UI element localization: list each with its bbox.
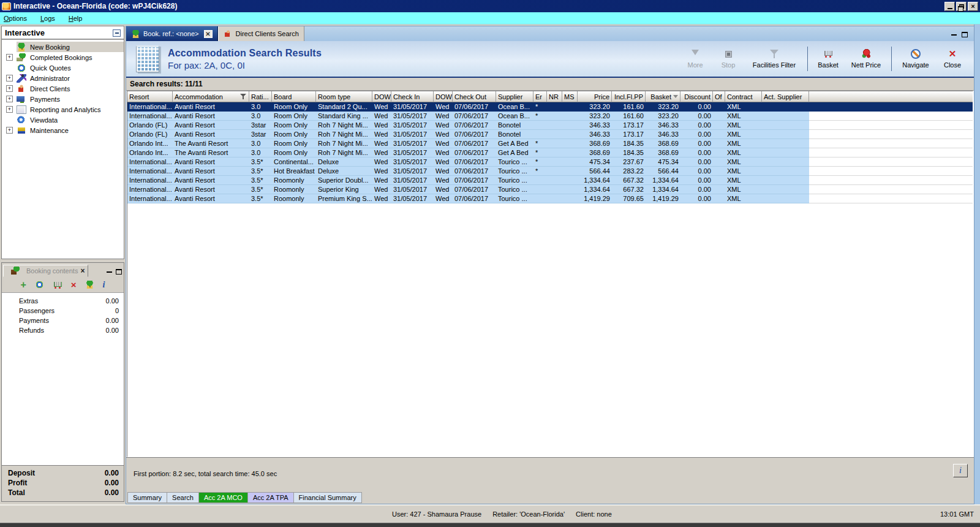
sidebar-title: Interactive xyxy=(5,28,45,37)
col-dow-out[interactable]: DOW xyxy=(434,91,453,102)
menu-logs[interactable]: Logs xyxy=(40,15,55,22)
main-minimize-icon[interactable] xyxy=(951,34,957,36)
sort-desc-icon xyxy=(673,95,678,100)
footer-tab[interactable]: Acc 2A TPA xyxy=(248,492,294,503)
sidebar-item[interactable]: + Completed Bookings xyxy=(2,52,124,63)
tab-booking-ref[interactable]: Book. ref.: <none> ✕ xyxy=(126,26,218,41)
expand-plus-icon[interactable]: + xyxy=(6,127,13,134)
table-row[interactable]: International... Avanti Resort 3.0 Room … xyxy=(127,112,973,121)
search-results-count: Search results: 11/11 xyxy=(126,78,974,91)
sidebar-item[interactable]: + New Booking xyxy=(2,42,124,52)
summary-label: Passengers xyxy=(19,307,55,314)
results-table: Resort Accommodation Rati... Board Room … xyxy=(127,91,973,457)
table-row[interactable]: International... Avanti Resort 3.5* Room… xyxy=(127,176,973,185)
col-discount[interactable]: Discount xyxy=(680,91,713,102)
table-row[interactable]: International... Avanti Resort 3.5* Hot … xyxy=(127,167,973,176)
minimize-button[interactable] xyxy=(944,2,955,11)
expand-plus-icon[interactable]: + xyxy=(6,96,13,102)
delete-item-icon[interactable]: × xyxy=(71,279,77,290)
table-row[interactable]: Orlando (FL) Avanti Resort 3star Room On… xyxy=(127,121,973,130)
table-row[interactable]: International... Avanti Resort 3.0 Room … xyxy=(127,102,973,112)
navigate-button[interactable]: Navigate xyxy=(897,49,935,69)
table-row[interactable]: Orlando Int... The Avanti Resort 3.0 Roo… xyxy=(127,148,973,157)
tab-direct-clients-search[interactable]: Direct Clients Search xyxy=(218,26,304,41)
sidebar-item[interactable]: + Direct Clients xyxy=(2,83,124,94)
booking-toolbar: + × i xyxy=(2,277,124,293)
col-supplier[interactable]: Supplier xyxy=(496,91,533,102)
expand-plus-icon[interactable]: + xyxy=(6,106,13,113)
col-rating[interactable]: Rati... xyxy=(249,91,272,102)
col-of[interactable]: Of xyxy=(713,91,725,102)
col-nr[interactable]: NR xyxy=(547,91,562,102)
footer-tab[interactable]: Acc 2A MCO xyxy=(199,492,248,503)
toolbar-separator xyxy=(891,47,892,71)
table-row[interactable]: Orlando Int... The Avanti Resort 3.0 Roo… xyxy=(127,139,973,148)
panel-maximize-icon[interactable] xyxy=(116,269,122,275)
expand-plus-icon[interactable]: + xyxy=(6,75,13,82)
add-item-icon[interactable]: + xyxy=(21,279,26,290)
col-check-in[interactable]: Check In xyxy=(391,91,434,102)
right-edge-strip xyxy=(974,25,980,504)
sidebar-item[interactable]: + Quick Quotes xyxy=(2,63,124,73)
col-er[interactable]: Er xyxy=(533,91,547,102)
filter-funnel-icon[interactable] xyxy=(240,93,247,100)
info-button[interactable]: i xyxy=(953,464,968,477)
facilities-filter-button[interactable]: Facilities Filter xyxy=(746,49,802,69)
nett-price-button[interactable]: Nett Price xyxy=(846,49,886,69)
quote-clock-icon[interactable] xyxy=(35,281,44,289)
tab-close-icon[interactable]: ✕ xyxy=(204,30,213,38)
collapse-panel-icon[interactable] xyxy=(113,29,121,37)
footer-tab[interactable]: Search xyxy=(167,492,199,503)
main-footer: First portion: 8.2 sec, total search tim… xyxy=(126,457,974,504)
col-resort[interactable]: Resort xyxy=(127,91,173,102)
info-icon[interactable]: i xyxy=(103,280,105,290)
stop-button: Stop xyxy=(713,49,744,69)
holiday-icon[interactable] xyxy=(85,281,94,289)
col-dow-in[interactable]: DOW xyxy=(372,91,391,102)
palm-tree-icon xyxy=(17,43,26,51)
col-accommodation[interactable]: Accommodation xyxy=(173,91,249,102)
table-row[interactable]: International... Avanti Resort 3.5* Cont… xyxy=(127,157,973,167)
expand-plus-icon[interactable]: + xyxy=(6,85,13,92)
menu-help[interactable]: Help xyxy=(69,15,83,22)
booking-summary-row: Extras 0.00 xyxy=(2,296,124,306)
restore-button[interactable] xyxy=(956,2,967,11)
col-incl-fl-pp[interactable]: Incl.Fl.PP xyxy=(612,91,646,102)
summary-label: Refunds xyxy=(19,327,44,334)
basket-button[interactable]: Basket xyxy=(813,49,843,69)
col-contract[interactable]: Contract xyxy=(725,91,762,102)
sidebar-item[interactable]: + Administrator xyxy=(2,73,124,83)
sidebar-item-label: Quick Quotes xyxy=(30,64,71,72)
status-user: User: 427 - Shamaura Prause xyxy=(392,510,481,518)
booking-contents-tab[interactable]: Booking contents × xyxy=(3,265,88,277)
col-board[interactable]: Board xyxy=(272,91,316,102)
menu-bar: Options Logs Help xyxy=(0,12,980,25)
table-row[interactable]: Orlando (FL) Avanti Resort 3star Room On… xyxy=(127,130,973,139)
sidebar-item[interactable]: + Viewdata xyxy=(2,115,124,125)
col-room-type[interactable]: Room type xyxy=(316,91,372,102)
col-basket[interactable]: Basket xyxy=(646,91,680,102)
footer-tab[interactable]: Summary xyxy=(127,492,167,503)
footer-tab[interactable]: Financial Summary xyxy=(294,492,362,503)
menu-options[interactable]: Options xyxy=(4,15,27,22)
interactive-tree-panel: Interactive + New Booking + Completed Bo… xyxy=(1,26,124,259)
table-row[interactable]: International... Avanti Resort 3.5* Room… xyxy=(127,185,973,194)
col-ms[interactable]: MS xyxy=(562,91,578,102)
clock-icon xyxy=(17,64,26,72)
col-check-out[interactable]: Check Out xyxy=(453,91,496,102)
close-results-button[interactable]: ✕ Close xyxy=(937,49,968,69)
sidebar-item[interactable]: + Payments xyxy=(2,94,124,104)
sidebar-item[interactable]: + Reporting and Analytics xyxy=(2,104,124,115)
table-row[interactable]: International... Avanti Resort 3.5* Room… xyxy=(127,194,973,203)
col-act-supplier[interactable]: Act. Supplier xyxy=(762,91,809,102)
sidebar-item[interactable]: + Maintenance xyxy=(2,125,124,135)
cart-transfer-icon[interactable] xyxy=(53,281,62,289)
page-subtitle: For pax: 2A, 0C, 0I xyxy=(168,60,322,70)
expand-plus-icon[interactable]: + xyxy=(6,54,13,61)
close-panel-icon[interactable]: × xyxy=(80,267,85,275)
main-maximize-icon[interactable] xyxy=(962,32,968,37)
panel-minimize-icon[interactable] xyxy=(107,271,112,273)
close-window-button[interactable]: × xyxy=(968,2,978,11)
col-price[interactable]: Price xyxy=(578,91,612,102)
bottom-edge xyxy=(0,523,980,527)
